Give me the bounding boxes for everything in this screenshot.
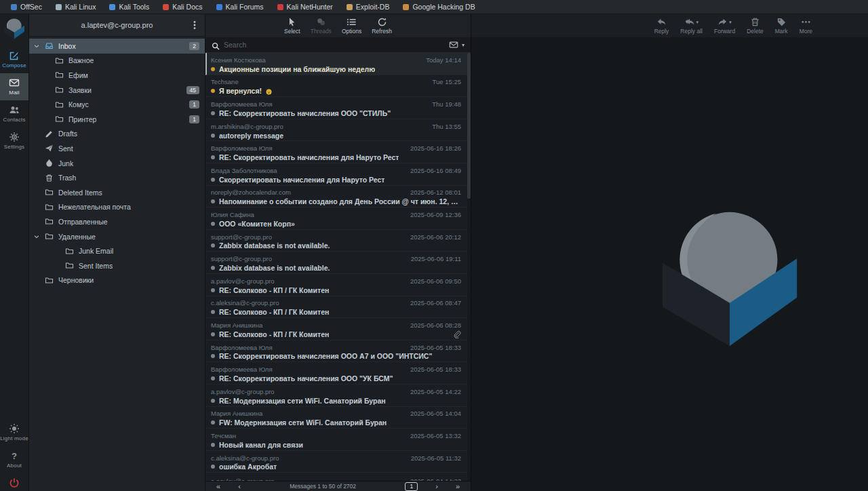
message-row[interactable]: Techsane Tue 15:25 Я вернулся! (205, 75, 471, 98)
prev-page-button[interactable]: ‹ (238, 483, 241, 490)
sidebar-item-lightmode[interactable]: Light mode (0, 419, 28, 446)
sidebar-item-mail[interactable]: Mail (0, 73, 28, 100)
reply-all-button[interactable]: ▾ Reply all (680, 17, 703, 37)
folder-icon (55, 71, 64, 79)
sidebar-item-about[interactable]: ? About (0, 446, 28, 473)
folder-row-drafts[interactable]: Drafts (29, 127, 205, 142)
bookmark-item[interactable]: OffSec (4, 0, 49, 14)
folder-row-sent-items[interactable]: Sent Items (29, 258, 205, 273)
message-row[interactable]: Влада Заболотникова 2025-06-16 08:49 Ско… (205, 163, 471, 186)
sidebar-item-settings[interactable]: Settings (0, 127, 28, 155)
last-page-button[interactable]: » (456, 483, 460, 490)
unread-count-badge: 1 (189, 115, 199, 123)
envelope-icon (449, 40, 458, 50)
sidebar-item-compose[interactable]: Compose (0, 46, 28, 73)
unread-count-badge: 45 (186, 86, 199, 94)
sidebar-item-label: Mail (9, 90, 19, 96)
mark-button[interactable]: Mark (775, 17, 788, 37)
message-status-dot (211, 243, 215, 248)
message-row[interactable]: c.aleksina@c-group.pro 2025-06-05 11:32 … (205, 451, 471, 473)
folder-row-отправленные[interactable]: Отправленные (29, 214, 205, 229)
message-row[interactable]: noreply@zohocalendar.com 2025-06-12 08:0… (205, 186, 471, 208)
folder-row-sent[interactable]: Sent (29, 141, 205, 156)
message-row[interactable]: a.pavlov@c-group.pro 2025-06-06 09:50 RE… (205, 274, 471, 296)
send-icon (45, 144, 54, 153)
sidebar-item-contacts[interactable]: Contacts (0, 100, 28, 127)
message-row[interactable]: support@c-group.pro 2025-06-06 20:12 Zab… (205, 230, 471, 252)
folder-name: Ефим (68, 71, 88, 79)
folder-row-нежелательная-почта[interactable]: Нежелательная почта (29, 200, 205, 215)
search-scope-selector[interactable]: ▾ (449, 40, 465, 50)
options-button[interactable]: Options (342, 17, 361, 37)
folder-icon (55, 115, 64, 123)
first-page-button[interactable]: « (216, 483, 220, 490)
folder-row-trash[interactable]: Trash (29, 170, 205, 185)
folder-row-комус[interactable]: Комус 1 (29, 97, 205, 112)
message-row[interactable]: Юлия Сафина 2025-06-09 12:36 ООО «Комите… (205, 208, 471, 230)
folder-row-удаленные[interactable]: Удаленные (29, 229, 205, 244)
message-date: 2025-06-05 11:32 (411, 454, 461, 462)
chevron-down-icon[interactable] (33, 43, 40, 50)
message-subject: RE: Сколково - КП / ГК Комитен (219, 308, 329, 316)
message-status-dot (211, 155, 215, 159)
message-row[interactable]: Варфоломеева Юля 2025-06-05 18:33 RE: Ск… (205, 340, 471, 363)
chevron-down-icon[interactable] (33, 233, 40, 240)
search-input[interactable] (224, 41, 445, 49)
more-button[interactable]: More (800, 17, 812, 37)
sun-icon (9, 423, 20, 434)
folder-row-junk[interactable]: Junk (29, 156, 205, 171)
bookmark-item[interactable]: Kali Docs (156, 0, 209, 14)
refresh-button[interactable]: Refresh (372, 17, 392, 37)
folder-actions-menu-icon[interactable] (189, 20, 200, 31)
folder-icon (55, 85, 64, 94)
message-subject: RE: Модернизация сети WiFi. Санаторий Бу… (219, 397, 386, 405)
forward-button[interactable]: ▾ Forward (714, 17, 735, 37)
forward-icon (717, 17, 728, 27)
message-row[interactable]: Варфоломеева Юля 2025-06-16 18:26 RE: Ск… (205, 141, 471, 163)
folder-row-inbox[interactable]: Inbox 2 (29, 39, 205, 54)
page-number-input[interactable]: 1 (405, 482, 418, 491)
message-row[interactable]: Мария Анишкина 2025-06-06 08:28 RE: Скол… (205, 318, 471, 340)
message-row[interactable]: support@c-group.pro 2025-06-06 19:11 Zab… (205, 252, 471, 274)
message-row[interactable]: Варфоломеева Юля 2025-06-05 18:33 RE: Ск… (205, 362, 471, 385)
message-row[interactable]: Мария Анишкина 2025-06-05 14:04 FW: Моде… (205, 407, 471, 429)
delete-button[interactable]: Delete (747, 17, 764, 37)
message-row[interactable]: c.aleksina@c-group.pro 2025-06-06 08:47 … (205, 296, 471, 319)
message-row[interactable]: Варфоломеева Юля Thu 19:48 RE: Скорректи… (205, 97, 471, 119)
folder-row-важное[interactable]: Важное (29, 54, 205, 68)
reply-icon (656, 17, 667, 27)
threads-button[interactable]: Threads (311, 17, 332, 37)
pagination-bar: « ‹ Messages 1 to 50 of 2702 1 › » (205, 481, 471, 491)
folder-name: Нежелательная почта (58, 203, 131, 211)
folder-row-принтер[interactable]: Принтер 1 (29, 112, 205, 127)
bookmark-item[interactable]: Kali NetHunter (271, 0, 340, 14)
message-subject: RE: Сколково - КП / ГК Комитен (219, 330, 329, 338)
message-row[interactable]: a.pavlov@c-group.pro 2025-06-04 14:23 (205, 473, 471, 481)
message-date: 2025-06-05 14:04 (410, 410, 461, 417)
folder-row-junk-email[interactable]: Junk Email (29, 243, 205, 258)
account-header: a.laptev@c-group.pro (29, 14, 205, 37)
message-status-dot (211, 89, 215, 93)
folder-row-deleted-items[interactable]: Deleted Items (29, 185, 205, 200)
bookmark-item[interactable]: Kali Linux (49, 0, 103, 14)
select-button[interactable]: Select (284, 17, 300, 37)
toolbar-button-label: Mark (775, 28, 788, 35)
message-status-dot (211, 67, 215, 71)
message-row[interactable]: m.arshikina@c-group.pro Thu 13:55 autore… (205, 119, 471, 142)
message-row[interactable]: a.pavlov@c-group.pro 2025-06-05 14:22 RE… (205, 385, 471, 407)
reply-button[interactable]: Reply (654, 17, 669, 37)
bookmark-item[interactable]: Kali Forums (210, 0, 271, 14)
bookmark-item[interactable]: Kali Tools (102, 0, 156, 14)
account-email: a.laptev@c-group.pro (81, 21, 153, 29)
folder-row-заявки[interactable]: Заявки 45 (29, 83, 205, 98)
bookmark-item[interactable]: Exploit-DB (340, 0, 397, 14)
bookmark-item[interactable]: Google Hacking DB (396, 0, 481, 14)
message-list-scrollbar[interactable] (467, 53, 471, 481)
folder-row-ефим[interactable]: Ефим (29, 68, 205, 83)
sidebar-item-logout[interactable]: Logout (0, 473, 28, 491)
folder-row-черновики[interactable]: Черновики (29, 273, 205, 288)
next-page-button[interactable]: › (435, 483, 438, 490)
message-row[interactable]: Ксения Костюкова Today 14:14 Акционные п… (205, 53, 471, 75)
scrollbar-thumb[interactable] (467, 53, 471, 199)
message-row[interactable]: Течсман 2025-06-05 13:32 Новый канал для… (205, 429, 471, 451)
